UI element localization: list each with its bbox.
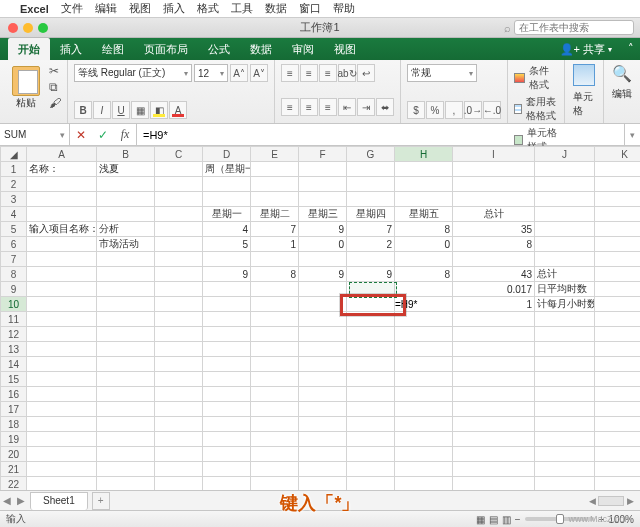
cell-D18[interactable] — [203, 417, 251, 432]
cell-I14[interactable] — [453, 357, 535, 372]
cell-J12[interactable] — [535, 327, 595, 342]
cell-C5[interactable] — [155, 222, 203, 237]
cell-K20[interactable] — [595, 447, 641, 462]
cell-A8[interactable] — [27, 267, 97, 282]
mac-menu-tools[interactable]: 工具 — [231, 1, 253, 16]
select-all-corner[interactable]: ◢ — [1, 147, 27, 162]
mac-menu-insert[interactable]: 插入 — [163, 1, 185, 16]
row-header-20[interactable]: 20 — [1, 447, 27, 462]
cell-E11[interactable] — [251, 312, 299, 327]
cell-K14[interactable] — [595, 357, 641, 372]
cell-F8[interactable]: 9 — [299, 267, 347, 282]
cell-C21[interactable] — [155, 462, 203, 477]
tab-insert[interactable]: 插入 — [50, 38, 92, 60]
cell-A21[interactable] — [27, 462, 97, 477]
cell-K11[interactable] — [595, 312, 641, 327]
cell-D8[interactable]: 9 — [203, 267, 251, 282]
insert-function-button[interactable]: fx — [114, 127, 136, 142]
cell-J22[interactable] — [535, 477, 595, 491]
cell-I5[interactable]: 35 — [453, 222, 535, 237]
cell-B14[interactable] — [97, 357, 155, 372]
cell-H20[interactable] — [395, 447, 453, 462]
cell-F16[interactable] — [299, 387, 347, 402]
cell-B7[interactable] — [97, 252, 155, 267]
underline-button[interactable]: U — [112, 101, 130, 119]
row-header-6[interactable]: 6 — [1, 237, 27, 252]
increase-font-button[interactable]: A˄ — [230, 64, 248, 82]
cell-K18[interactable] — [595, 417, 641, 432]
cell-F6[interactable]: 0 — [299, 237, 347, 252]
mac-menu-format[interactable]: 格式 — [197, 1, 219, 16]
cell-D5[interactable]: 4 — [203, 222, 251, 237]
cell-H5[interactable]: 8 — [395, 222, 453, 237]
tab-draw[interactable]: 绘图 — [92, 38, 134, 60]
cell-H19[interactable] — [395, 432, 453, 447]
cell-J4[interactable] — [535, 207, 595, 222]
tab-formulas[interactable]: 公式 — [198, 38, 240, 60]
cell-J19[interactable] — [535, 432, 595, 447]
cell-G19[interactable] — [347, 432, 395, 447]
italic-button[interactable]: I — [93, 101, 111, 119]
cell-A20[interactable] — [27, 447, 97, 462]
hscroll-left[interactable]: ◀ — [586, 496, 598, 506]
cell-J7[interactable] — [535, 252, 595, 267]
cell-E20[interactable] — [251, 447, 299, 462]
row-header-12[interactable]: 12 — [1, 327, 27, 342]
cell-G20[interactable] — [347, 447, 395, 462]
tab-page-layout[interactable]: 页面布局 — [134, 38, 198, 60]
cell-B17[interactable] — [97, 402, 155, 417]
cell-J16[interactable] — [535, 387, 595, 402]
cell-I4[interactable]: 总计 — [453, 207, 535, 222]
cell-C6[interactable] — [155, 237, 203, 252]
cell-H4[interactable]: 星期五 — [395, 207, 453, 222]
cell-I7[interactable] — [453, 252, 535, 267]
cell-B12[interactable] — [97, 327, 155, 342]
cell-F4[interactable]: 星期三 — [299, 207, 347, 222]
cell-A2[interactable] — [27, 177, 97, 192]
cut-button[interactable]: ✂ — [49, 64, 61, 78]
cell-K1[interactable] — [595, 162, 641, 177]
formula-bar-expand-button[interactable]: ▾ — [624, 124, 640, 145]
cell-C12[interactable] — [155, 327, 203, 342]
cell-B21[interactable] — [97, 462, 155, 477]
cell-C19[interactable] — [155, 432, 203, 447]
cell-J2[interactable] — [535, 177, 595, 192]
cell-I20[interactable] — [453, 447, 535, 462]
cell-K10[interactable] — [595, 297, 641, 312]
cell-I15[interactable] — [453, 372, 535, 387]
cell-J10[interactable]: 计每月小时数 — [535, 297, 595, 312]
cell-G21[interactable] — [347, 462, 395, 477]
cell-A16[interactable] — [27, 387, 97, 402]
cell-E16[interactable] — [251, 387, 299, 402]
share-button[interactable]: 👤+ 共享 ▾ — [550, 38, 622, 60]
cell-I13[interactable] — [453, 342, 535, 357]
cell-H8[interactable]: 8 — [395, 267, 453, 282]
row-header-2[interactable]: 2 — [1, 177, 27, 192]
orientation-button[interactable]: ab↻ — [338, 64, 356, 82]
cell-B1[interactable]: 浅夏 — [97, 162, 155, 177]
cell-F22[interactable] — [299, 477, 347, 491]
cell-D2[interactable] — [203, 177, 251, 192]
cell-G15[interactable] — [347, 372, 395, 387]
cell-F2[interactable] — [299, 177, 347, 192]
editing-group[interactable]: 🔍 编辑 — [604, 60, 640, 123]
cell-E10[interactable] — [251, 297, 299, 312]
cell-A4[interactable] — [27, 207, 97, 222]
cell-D20[interactable] — [203, 447, 251, 462]
col-header-F[interactable]: F — [299, 147, 347, 162]
fill-color-button[interactable]: ◧ — [150, 101, 168, 119]
cell-H10[interactable] — [395, 297, 453, 312]
cell-H17[interactable] — [395, 402, 453, 417]
cell-H2[interactable] — [395, 177, 453, 192]
cell-J5[interactable] — [535, 222, 595, 237]
cell-E12[interactable] — [251, 327, 299, 342]
cell-E9[interactable] — [251, 282, 299, 297]
cell-B10[interactable] — [97, 297, 155, 312]
cell-G10[interactable] — [347, 297, 395, 312]
merge-cells-button[interactable]: ⬌ — [376, 98, 394, 116]
cell-I16[interactable] — [453, 387, 535, 402]
align-bottom-button[interactable]: ≡ — [319, 64, 337, 82]
cell-F11[interactable] — [299, 312, 347, 327]
cell-F1[interactable] — [299, 162, 347, 177]
cell-B5[interactable]: 分析 — [97, 222, 155, 237]
